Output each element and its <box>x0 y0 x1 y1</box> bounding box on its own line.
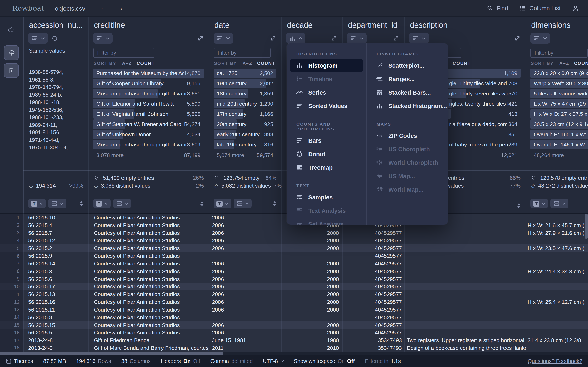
whitespace-toggle[interactable]: Show whitespaceOnOff <box>294 358 355 364</box>
cell-decade[interactable]: 2000 <box>281 291 342 298</box>
menu-item[interactable]: Set Analysis <box>290 217 363 225</box>
cell-creditline[interactable]: Gift of Marc Benda and Barry Friedman, c… <box>88 344 209 352</box>
cell-department-id[interactable]: 404529577 <box>342 275 404 283</box>
value-row[interactable]: 22.8 x 20 x 0.0 cm (9 x 7 ⅞ <box>530 68 588 78</box>
cell-decade[interactable]: 2000 <box>281 267 342 275</box>
cell-accession-number[interactable]: 56.2015.11 <box>23 306 88 314</box>
cell-accession-number[interactable]: 56.2015.12 <box>23 237 88 244</box>
cell-date[interactable]: 2006 <box>209 267 281 275</box>
cell-date[interactable]: 2011 <box>209 344 281 352</box>
horizontal-scrollbar[interactable] <box>0 351 588 355</box>
menu-item[interactable]: Bars <box>290 134 363 147</box>
value-row[interactable]: 17th century 1,166 <box>214 109 277 119</box>
cell-creditline[interactable]: Courtesy of Pixar Animation Studios <box>88 214 209 221</box>
expand-icon[interactable] <box>270 35 277 42</box>
expand-icon[interactable] <box>197 35 204 42</box>
cell-description[interactable]: Design of a bookcase containing three tr… <box>404 344 526 352</box>
vertical-scrollbar-thumb[interactable] <box>585 214 588 239</box>
cell-description[interactable] <box>404 321 526 329</box>
cell-decade[interactable]: 2000 <box>281 298 342 306</box>
cell-decade[interactable]: 1980 <box>281 337 342 344</box>
row-style-button[interactable] <box>48 199 66 208</box>
cell-department-id[interactable]: 404529577 <box>342 237 404 244</box>
display-mode-button[interactable] <box>347 33 367 44</box>
menu-item[interactable]: Series <box>290 86 363 99</box>
cell-department-id[interactable]: 35347493 <box>342 337 404 344</box>
column-type-button[interactable]: T <box>28 199 46 208</box>
cell-creditline[interactable]: Courtesy of Pixar Animation Studios <box>88 275 209 283</box>
cell-description[interactable] <box>404 267 526 275</box>
cell-dimensions[interactable] <box>526 275 588 283</box>
cell-decade[interactable]: 2000 <box>281 321 342 329</box>
expand-icon[interactable] <box>393 35 399 42</box>
column-type-button[interactable]: T <box>93 199 111 208</box>
menu-item[interactable]: Histogram <box>290 59 363 72</box>
value-row[interactable]: Gift of Stephen W. Brener and Carol B. B… <box>93 119 204 129</box>
filter-input[interactable] <box>93 48 154 58</box>
value-row[interactable]: Gift of Cooper Union Library 9,155 <box>93 79 204 88</box>
find-button[interactable]: Find <box>487 5 508 11</box>
cell-creditline[interactable]: Courtesy of Pixar Animation Studios <box>88 283 209 291</box>
cell-date[interactable]: June 15, 1981 <box>209 337 281 344</box>
menu-item[interactable]: World Map... <box>370 183 445 196</box>
row-style-button[interactable] <box>550 199 568 208</box>
cell-decade[interactable]: 2000 <box>281 329 342 337</box>
cell-decade[interactable]: 2000 <box>281 229 342 237</box>
cell-accession-number[interactable]: 56.2015.17 <box>23 283 88 291</box>
cell-accession-number[interactable]: 56.2015.7 <box>23 229 88 237</box>
cell-description[interactable] <box>404 329 526 337</box>
cell-dimensions[interactable] <box>526 260 588 267</box>
cell-accession-number[interactable]: 56.2015.14 <box>23 260 88 267</box>
cell-date[interactable]: 2006 <box>209 244 281 252</box>
cell-accession-number[interactable]: 56.2015.15 <box>23 321 88 329</box>
cell-creditline[interactable]: Courtesy of Pixar Animation Studios <box>88 298 209 306</box>
column-type-button[interactable]: T <box>530 199 548 208</box>
cell-date[interactable]: 2006 <box>209 237 281 244</box>
cell-department-id[interactable]: 404529577 <box>342 244 404 252</box>
column-type-button[interactable]: T <box>214 199 231 208</box>
cell-creditline[interactable]: Courtesy of Pixar Animation Studios <box>88 291 209 298</box>
cell-date[interactable]: 2006 <box>209 329 281 337</box>
cell-date[interactable]: 2006 <box>209 321 281 329</box>
cell-date[interactable]: 2006 <box>209 229 281 237</box>
cell-date[interactable]: 2006 <box>209 291 281 298</box>
cell-dimensions[interactable] <box>526 329 588 337</box>
cell-dimensions[interactable] <box>526 283 588 291</box>
display-mode-button[interactable] <box>530 33 550 44</box>
row-style-button[interactable] <box>113 199 131 208</box>
horizontal-scrollbar-thumb[interactable] <box>0 351 223 355</box>
value-row[interactable]: Gift of Virginia Hamill Johnson 5,525 <box>93 109 204 119</box>
sort-az-toggle[interactable]: A–Z <box>122 61 132 66</box>
cell-description[interactable] <box>404 275 526 283</box>
cell-creditline[interactable]: Courtesy of Pixar Animation Studios <box>88 321 209 329</box>
cell-decade[interactable]: 2000 <box>281 306 342 314</box>
cell-decade[interactable]: 2000 <box>281 244 342 252</box>
cell-department-id[interactable]: 404529577 <box>342 260 404 267</box>
cell-accession-number[interactable]: 56.2015.6 <box>23 275 88 283</box>
cell-accession-number[interactable]: 2013-24-8 <box>23 337 88 344</box>
value-row[interactable]: Overall: H: 146.1 x W: 166 <box>530 140 588 149</box>
cell-department-id[interactable]: 404529577 <box>342 229 404 237</box>
cell-department-id[interactable]: 404529577 <box>342 298 404 306</box>
cell-date[interactable]: 2006 <box>209 275 281 283</box>
value-row[interactable]: 30.5 x 23 cm (12 x 9 1/16 <box>530 119 588 129</box>
cell-dimensions[interactable]: 31.4 x 23.8 cm (12 3/8 <box>526 337 588 344</box>
cell-date[interactable]: 2006 <box>209 214 281 221</box>
cell-dimensions[interactable] <box>526 306 588 314</box>
sort-updown-icon[interactable] <box>200 201 204 206</box>
delimiter-setting[interactable]: Commadelimited <box>210 358 252 364</box>
value-row[interactable]: 5 tiles tall, various wide <box>530 89 588 98</box>
cell-dimensions[interactable] <box>526 291 588 298</box>
cell-date[interactable] <box>209 314 281 321</box>
cell-accession-number[interactable]: 56.2015.2 <box>23 244 88 252</box>
expand-icon[interactable] <box>514 35 521 42</box>
cell-decade[interactable]: 2000 <box>281 283 342 291</box>
value-row[interactable]: Gift of Unknown Donor 4,034 <box>93 130 204 139</box>
menu-item[interactable]: Scatterplot... <box>370 59 445 72</box>
cell-creditline[interactable]: Courtesy of Pixar Animation Studios <box>88 260 209 267</box>
sort-updown-icon[interactable] <box>273 201 277 206</box>
cell-accession-number[interactable]: 2013-24-3 <box>23 344 88 352</box>
themes-button[interactable]: Themes <box>6 358 33 364</box>
cell-department-id[interactable]: 404529577 <box>342 321 404 329</box>
cell-description[interactable] <box>404 283 526 291</box>
